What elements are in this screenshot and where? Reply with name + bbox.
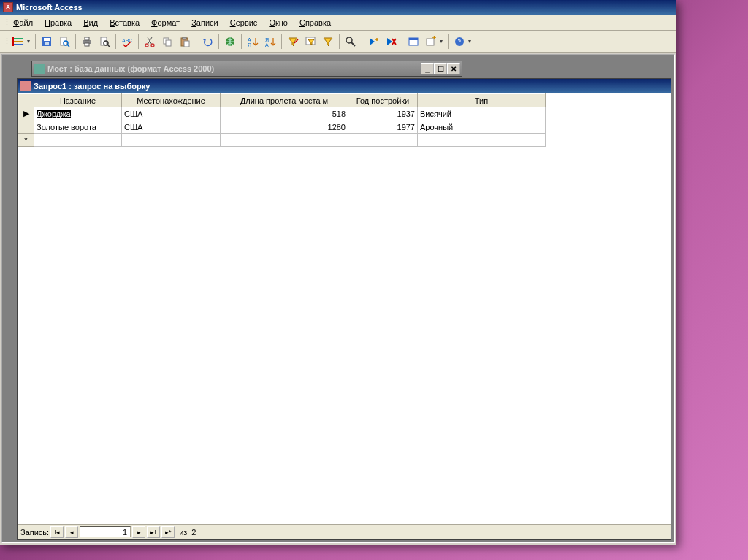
col-header-year[interactable]: Год постройки — [348, 94, 418, 107]
database-window[interactable]: Мост : база данных (формат Access 2000) … — [31, 61, 462, 77]
new-object-button[interactable] — [423, 34, 439, 50]
filter-selection-button[interactable] — [285, 34, 301, 50]
nav-prev-button[interactable]: ◂ — [65, 526, 78, 538]
data-table: Название Местонахождение Длина пролета м… — [18, 93, 546, 147]
record-label: Запись: — [20, 528, 49, 537]
menu-records[interactable]: Записи — [186, 16, 224, 29]
menu-view[interactable]: Вид — [77, 16, 104, 29]
col-header-span[interactable]: Длина пролета моста м — [221, 94, 348, 107]
cell-year[interactable]: 1937 — [348, 107, 418, 120]
svg-rect-19 — [166, 40, 171, 46]
menu-insert[interactable]: Вставка — [104, 16, 145, 29]
svg-text:?: ? — [458, 38, 462, 46]
datasheet-grid[interactable]: Название Местонахождение Длина пролета м… — [18, 93, 671, 524]
toolbar-grip[interactable]: ⋮ — [3, 37, 7, 46]
col-header-location[interactable]: Местонахождение — [122, 94, 221, 107]
toggle-filter-button[interactable] — [320, 34, 336, 50]
cell-year[interactable]: 1977 — [348, 120, 418, 134]
record-of-label: из — [179, 528, 187, 537]
row-selector-new[interactable]: * — [18, 134, 34, 147]
menu-edit[interactable]: Правка — [39, 16, 77, 29]
spellcheck-button[interactable]: ABC — [119, 34, 135, 50]
cell-type[interactable]: Арочный — [418, 120, 546, 134]
delete-record-button[interactable] — [383, 34, 399, 50]
db-maximize-button[interactable]: ☐ — [434, 63, 447, 74]
nav-first-button[interactable]: I◂ — [50, 526, 64, 538]
new-record-button[interactable] — [365, 34, 381, 50]
sort-asc-button[interactable]: АЯ — [245, 34, 261, 50]
undo-button[interactable] — [199, 34, 215, 50]
svg-rect-10 — [85, 37, 89, 40]
cut-button[interactable] — [142, 34, 158, 50]
app-titlebar: A Microsoft Access — [0, 0, 676, 15]
table-row[interactable]: ▶ Джорджа США 518 1937 Висячий — [18, 107, 546, 120]
cell-span[interactable]: 1280 — [221, 120, 348, 134]
svg-text:А: А — [248, 37, 251, 42]
nav-next-button[interactable]: ▸ — [132, 526, 145, 538]
query-window-icon — [20, 81, 31, 91]
print-preview-button[interactable] — [96, 34, 112, 50]
cell-span[interactable]: 518 — [221, 107, 348, 120]
table-row[interactable]: Золотые ворота США 1280 1977 Арочный — [18, 120, 546, 134]
view-dropdown[interactable]: ▾ — [25, 34, 32, 50]
nav-last-button[interactable]: ▸I — [147, 526, 160, 538]
menu-format[interactable]: Формат — [145, 16, 186, 29]
mdi-area: Мост : база данных (формат Access 2000) … — [1, 54, 675, 543]
col-header-type[interactable]: Тип — [418, 94, 546, 107]
col-header-name[interactable]: Название — [34, 94, 122, 107]
search-file-button[interactable] — [56, 34, 72, 50]
svg-rect-32 — [409, 38, 418, 40]
svg-rect-0 — [14, 38, 23, 39]
menu-tools[interactable]: Сервис — [224, 16, 264, 29]
menu-help[interactable]: Справка — [294, 16, 337, 29]
record-number-input[interactable] — [80, 526, 131, 537]
svg-rect-11 — [85, 43, 89, 46]
menu-window[interactable]: Окно — [263, 16, 294, 29]
find-button[interactable] — [343, 34, 359, 50]
svg-point-29 — [346, 37, 352, 43]
menu-file[interactable]: Файл — [7, 16, 39, 29]
query-window-titlebar[interactable]: Запрос1 : запрос на выборку — [18, 79, 671, 93]
toolbar-options-dropdown[interactable]: ▾ — [466, 34, 473, 50]
database-window-button[interactable] — [405, 34, 421, 50]
cell-name[interactable]: Золотые ворота — [34, 120, 122, 134]
new-record-row[interactable]: * — [18, 134, 546, 147]
help-button[interactable]: ? — [451, 34, 468, 50]
hyperlink-button[interactable] — [222, 34, 238, 50]
database-window-title: Мост : база данных (формат Access 2000) — [47, 64, 214, 73]
cell-location[interactable]: США — [122, 120, 221, 134]
svg-rect-4 — [44, 38, 50, 41]
row-selector[interactable] — [18, 120, 34, 134]
access-app-icon: A — [3, 2, 13, 12]
select-all-corner[interactable] — [18, 94, 34, 107]
svg-line-14 — [107, 45, 110, 47]
svg-rect-22 — [184, 41, 189, 47]
header-row: Название Местонахождение Длина пролета м… — [18, 94, 546, 107]
sort-desc-button[interactable]: ЯА — [262, 34, 278, 50]
svg-rect-33 — [427, 39, 434, 45]
copy-button[interactable] — [159, 34, 175, 50]
row-selector-current[interactable]: ▶ — [18, 107, 34, 120]
print-button[interactable] — [79, 34, 95, 50]
svg-text:А: А — [265, 42, 269, 47]
cell-type[interactable]: Висячий — [418, 107, 546, 120]
view-button[interactable] — [10, 34, 26, 50]
svg-line-30 — [351, 42, 355, 46]
database-window-icon — [34, 64, 45, 74]
cell-name[interactable]: Джорджа — [34, 107, 122, 120]
nav-new-button[interactable]: ▸* — [161, 526, 175, 538]
toolbar: ⋮ ▾ ABC АЯ ЯА ▾ — [0, 31, 676, 53]
db-minimize-button[interactable]: _ — [421, 63, 434, 74]
filter-form-button[interactable] — [302, 34, 318, 50]
svg-rect-5 — [45, 42, 49, 45]
record-navigator: Запись: I◂ ◂ ▸ ▸I ▸* из 2 — [18, 524, 671, 539]
query-window: Запрос1 : запрос на выборку Название Мес… — [17, 78, 671, 540]
cell-location[interactable]: США — [122, 107, 221, 120]
save-button[interactable] — [39, 34, 55, 50]
database-window-titlebar[interactable]: Мост : база данных (формат Access 2000) … — [31, 61, 462, 77]
paste-button[interactable] — [177, 34, 193, 50]
new-object-dropdown[interactable]: ▾ — [438, 34, 445, 50]
access-app-window: A Microsoft Access ⋮ Файл Правка Вид Вст… — [0, 0, 676, 545]
db-close-button[interactable]: ✕ — [447, 63, 460, 74]
svg-line-8 — [67, 45, 69, 47]
